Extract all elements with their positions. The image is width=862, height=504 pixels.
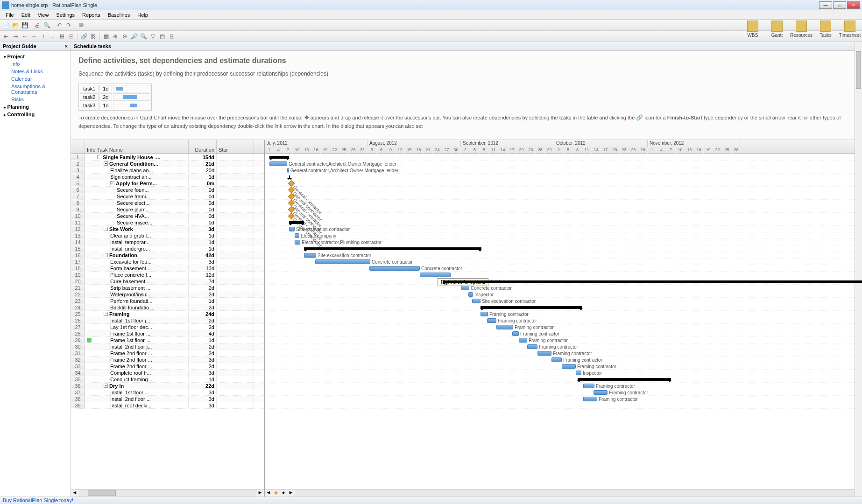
table-row[interactable]: 9Secure plum...0d [71,206,264,213]
gantt-row[interactable]: Concrete contractor [265,285,862,291]
print-icon[interactable]: 🖨 [33,21,42,29]
sidebar-item-assumptions-constraints[interactable]: Assumptions & Constraints [0,83,71,96]
table-row[interactable]: 13Clear and grub l...1d [71,232,264,239]
gantt-summary-bar[interactable] [269,156,289,159]
gantt-row[interactable]: Framing contractor [265,330,862,337]
gantt-task-bar[interactable] [420,273,451,277]
gantt-row[interactable] [265,219,862,226]
sidebar-item-project[interactable]: Project [0,53,71,60]
gantt-task-bar[interactable]: Electric contractor,Plumbing contractor [295,240,300,245]
table-row[interactable]: 27Lay 1st floor dec...2d [71,324,264,330]
view-gantt-button[interactable]: Gantt [767,21,787,38]
gantt-task-bar[interactable]: Framing contractor [562,364,576,369]
sidebar-item-calendar[interactable]: Calendar [0,75,71,83]
gantt-task-bar[interactable]: Concrete contractor [369,266,420,271]
gantt-task-bar[interactable]: Framing contractor [496,325,513,329]
delete-icon[interactable]: ⊟ [67,32,76,41]
table-row[interactable]: 31Frame 2nd floor ...2d [71,350,264,357]
gantt-row[interactable]: Framing contractor [265,324,862,330]
gantt-task-bar[interactable]: Framing contractor [480,312,488,316]
gantt-task-bar[interactable]: General contractor,Architect,Owner,Mortg… [287,168,289,173]
gantt-summary-bar[interactable] [480,306,582,309]
gantt-milestone[interactable]: General contractor [288,200,295,206]
table-row[interactable]: 11Secure misce...0d [71,219,264,226]
gantt-row[interactable]: General contractor [265,193,862,200]
table-row[interactable]: 28Frame 1st floor ...4d [71,330,264,337]
gantt-row[interactable]: Site excavation contractor [265,298,862,304]
gantt-task-bar[interactable]: Framing contractor [583,397,597,401]
close-button[interactable]: ✕ [847,1,860,9]
gantt-row[interactable]: Framing contractor [265,317,862,324]
expand-icon[interactable]: ⊕ [111,32,120,41]
header-start[interactable]: Star [217,140,254,154]
table-row[interactable]: 6Secure foun...0d [71,187,264,193]
gantt-milestone[interactable]: General contractor [288,187,295,193]
gantt-milestone[interactable]: General contractor [288,180,295,187]
gantt-row[interactable] [265,402,862,409]
gantt-row[interactable]: Framing contractor [265,357,862,363]
chart-hscroll[interactable]: ◄ ◆ ● ► [265,489,862,497]
unlink-icon[interactable]: ⛓ [89,32,98,41]
gantt-summary-bar[interactable] [443,280,862,283]
collapse-icon[interactable]: ⊖ [120,32,129,41]
table-row[interactable]: 18Form basement ...13d [71,265,264,272]
gantt-task-bar[interactable]: Site excavation contractor [289,227,295,231]
view-timesheet-button[interactable]: Timesheet [840,21,860,38]
add-icon[interactable]: ⊞ [58,32,66,41]
sidebar-item-info[interactable]: Info [0,60,71,68]
filter-icon[interactable]: ▽ [148,32,157,41]
zoom-out-icon[interactable]: 🔍 [139,32,148,41]
table-row[interactable]: 37Install 1st floor ...3d [71,389,264,396]
gantt-row[interactable]: Inspector [265,291,862,298]
open-icon[interactable]: 📂 [11,21,20,29]
gantt-row[interactable]: Framing contractor [265,396,862,402]
outdent-icon[interactable]: ⇤ [2,32,10,41]
view-wbs-button[interactable]: WBS [742,21,763,38]
copy-icon[interactable]: ⎘ [167,32,176,41]
table-row[interactable]: 39Install roof decki...3d [71,402,264,409]
table-row[interactable]: 33Frame 2nd floor ...2d [71,363,264,370]
menu-file[interactable]: File [2,11,18,19]
redo-icon[interactable]: ↷ [64,21,73,29]
gantt-task-bar[interactable]: Inspector [576,371,581,375]
table-row[interactable]: 5−Apply for Perm...0m [71,180,264,187]
sidebar-item-risks[interactable]: Risks [0,96,71,103]
gantt-row[interactable]: Framing contractor [265,389,862,396]
table-row[interactable]: 30Install 2nd floor j...2d [71,343,264,350]
gantt-task-bar[interactable]: General contractor,Architect,Owner,Mortg… [269,161,287,166]
table-row[interactable]: 8Secure elect...0d [71,200,264,206]
goto-icon[interactable]: ▦ [102,32,110,41]
gantt-task-bar[interactable]: Framing contractor [527,344,537,349]
gantt-milestone[interactable]: General contractor [288,193,295,200]
gantt-row[interactable]: Concrete contractor [265,265,862,272]
header-task-name[interactable]: Task Name [95,140,189,154]
sidebar-item-controlling[interactable]: Controlling [0,111,71,118]
columns-icon[interactable]: ▤ [158,32,166,41]
gantt-task-bar[interactable]: Site excavation contractor [472,299,480,303]
gantt-row[interactable]: Framing contractor [265,311,862,317]
table-hscroll[interactable]: ◄ ► [71,489,264,497]
undo-icon[interactable]: ↶ [55,21,64,29]
gantt-task-bar[interactable]: Framing contractor [519,338,527,343]
table-row[interactable]: 16−Foundation42d [71,252,264,259]
table-row[interactable]: 38Install 2nd floor ...3d [71,396,264,402]
gantt-row[interactable] [265,174,862,180]
gantt-row[interactable]: Framing contractor [265,343,862,350]
save-icon[interactable]: 💾 [21,21,29,29]
task-table[interactable]: Info Task Name Duration Star 1−Single Fa… [71,140,265,497]
gantt-row[interactable]: Framing contractor [265,350,862,357]
menu-reports[interactable]: Reports [78,11,104,19]
table-row[interactable]: 12−Site Work3d [71,226,264,232]
table-row[interactable]: 3Finalize plans an...20d [71,167,264,174]
header-duration[interactable]: Duration [189,140,217,154]
gantt-task-bar[interactable]: Framing contractor [594,390,608,395]
table-row[interactable]: 23Perform foundati...1d [71,298,264,304]
table-row[interactable]: 1−Single Family House -...154d [71,154,264,161]
table-row[interactable]: 32Frame 2nd floor ...3d [71,357,264,363]
gantt-task-bar[interactable]: Framing contractor [487,318,496,323]
gantt-row[interactable]: General contractor [265,206,862,213]
gantt-task-bar[interactable]: Framing contractor [537,351,551,356]
move-up-icon[interactable]: ↑ [39,32,48,41]
gantt-row[interactable] [265,245,862,252]
gantt-task-bar[interactable]: Site excavation contractor [304,253,316,258]
